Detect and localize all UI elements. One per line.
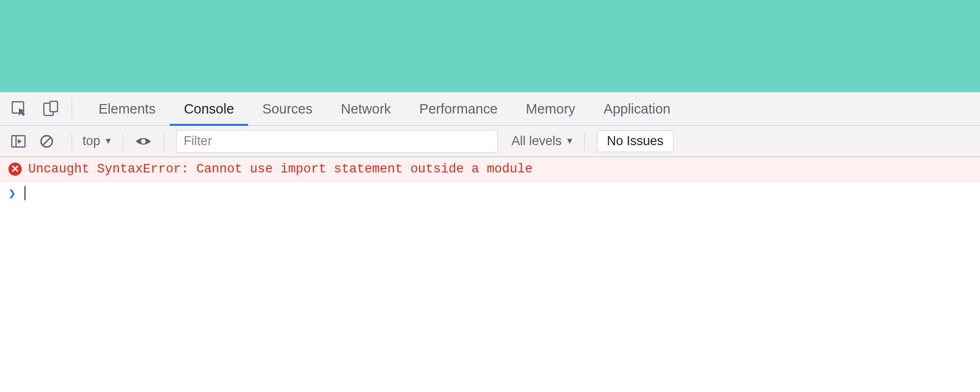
- console-toolbar: top ▼ All levels ▼ No Issues: [0, 126, 980, 157]
- log-levels-selector[interactable]: All levels ▼: [507, 134, 577, 148]
- tabs-list: Elements Console Sources Network Perform…: [84, 92, 685, 125]
- console-messages: ✕ Uncaught SyntaxError: Cannot use impor…: [0, 157, 980, 205]
- divider: [584, 132, 585, 151]
- console-error-row[interactable]: ✕ Uncaught SyntaxError: Cannot use impor…: [0, 157, 980, 181]
- issues-button[interactable]: No Issues: [597, 131, 673, 152]
- toggle-device-toolbar-icon[interactable]: [42, 100, 59, 118]
- tab-memory[interactable]: Memory: [512, 92, 590, 125]
- text-cursor: [25, 186, 25, 200]
- live-expression-icon[interactable]: [133, 131, 153, 151]
- chevron-down-icon: ▼: [104, 136, 113, 146]
- devtools-tab-bar: Elements Console Sources Network Perform…: [0, 92, 980, 126]
- inspect-element-icon[interactable]: [10, 100, 28, 118]
- tab-performance[interactable]: Performance: [405, 92, 512, 125]
- context-label: top: [83, 134, 100, 148]
- tab-console[interactable]: Console: [170, 92, 248, 125]
- error-message-text: Uncaught SyntaxError: Cannot use import …: [28, 162, 532, 176]
- tab-sources[interactable]: Sources: [248, 92, 326, 125]
- divider: [123, 132, 123, 151]
- svg-line-6: [42, 137, 51, 146]
- filter-input[interactable]: [176, 130, 498, 153]
- svg-point-7: [141, 139, 146, 144]
- svg-rect-2: [50, 101, 58, 112]
- tab-application[interactable]: Application: [590, 92, 685, 125]
- toggle-console-sidebar-icon[interactable]: [8, 131, 28, 151]
- error-icon: ✕: [8, 163, 22, 176]
- tab-elements[interactable]: Elements: [84, 92, 170, 125]
- divider: [164, 132, 164, 151]
- divider: [72, 132, 72, 151]
- tab-network[interactable]: Network: [327, 92, 405, 125]
- execution-context-selector[interactable]: top ▼: [79, 134, 116, 148]
- divider: [72, 99, 72, 119]
- prompt-chevron-icon: ❯: [8, 186, 16, 200]
- page-viewport: [0, 0, 980, 92]
- chevron-down-icon: ▼: [565, 136, 574, 146]
- levels-label: All levels: [511, 134, 562, 148]
- clear-console-icon[interactable]: [37, 131, 57, 151]
- console-prompt[interactable]: ❯: [0, 181, 980, 205]
